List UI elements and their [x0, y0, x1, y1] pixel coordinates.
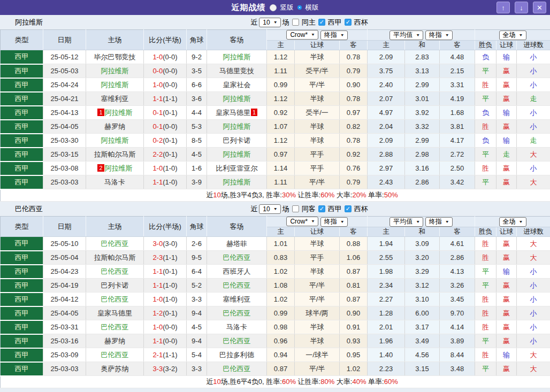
away-team-name[interactable]: 西班牙人 — [223, 267, 251, 275]
radio-vertical-layout[interactable] — [270, 4, 277, 11]
euro-draw-odds: 3.10 — [405, 293, 440, 306]
match-row: 西甲 25-04-21 塞维利亚 1-1(1-1) 3-6 阿拉维斯 1.12 … — [1, 92, 550, 106]
home-team-name[interactable]: 阿拉维斯 — [105, 109, 133, 117]
euro-home-odds: 3.75 — [368, 64, 405, 78]
home-team-name[interactable]: 巴伦西亚 — [101, 267, 129, 275]
euro-odds-source-select[interactable]: 平均值▼ — [389, 30, 423, 40]
date-cell: 25-05-03 — [43, 64, 86, 78]
asian-odds-source-select[interactable]: Crow*▼ — [286, 217, 318, 226]
league-checkbox[interactable] — [318, 205, 325, 212]
home-team-name[interactable]: 巴伦西亚 — [101, 295, 129, 303]
same-venue-label[interactable]: 同主 — [302, 18, 316, 27]
asian-odds-kind-select[interactable]: 终指▼ — [320, 30, 348, 40]
home-team-name[interactable]: 塞维利亚 — [101, 95, 129, 103]
result-scope-select[interactable]: 全场▼ — [499, 217, 526, 227]
league-label[interactable]: 西甲 — [328, 204, 342, 214]
league-checkbox[interactable] — [318, 19, 325, 26]
euro-odds-kind-select[interactable]: 终指▼ — [425, 30, 453, 40]
home-team-name[interactable]: 阿拉维斯 — [105, 164, 133, 172]
home-team-name[interactable]: 赫罗纳 — [104, 337, 125, 345]
away-team-name[interactable]: 马德里竞技 — [219, 67, 254, 75]
away-team-name[interactable]: 巴伦西亚 — [223, 309, 251, 317]
asian-away-odds: 0.90 — [340, 78, 368, 92]
away-team-name[interactable]: 皇家社会 — [223, 81, 251, 89]
asian-handicap: 平手 — [295, 148, 340, 162]
result-handicap: 输 — [496, 50, 517, 64]
scroll-down-button[interactable]: ↓ — [515, 2, 528, 13]
recent-count-select[interactable]: 10 ▼ — [259, 204, 280, 214]
home-team-name[interactable]: 巴伦西亚 — [101, 351, 129, 359]
recent-count-select[interactable]: 10 ▼ — [259, 18, 280, 27]
date-cell: 25-03-15 — [43, 148, 86, 162]
away-team-name[interactable]: 阿拉维斯 — [223, 178, 251, 186]
away-team-name[interactable]: 比利亚雷亚尔 — [216, 164, 258, 172]
home-team-name[interactable]: 皇家马德里 — [97, 309, 132, 317]
fulltime-score: 2-3 — [152, 253, 163, 262]
cup-label[interactable]: 西杯 — [354, 18, 368, 27]
away-team-name[interactable]: 巴列卡诺 — [223, 136, 251, 144]
result-outcome: 负 — [475, 50, 496, 64]
home-team-name[interactable]: 拉斯帕尔马斯 — [94, 150, 136, 158]
asian-odds-source-select[interactable]: Crow*▼ — [286, 30, 318, 40]
away-team-name[interactable]: 阿拉维斯 — [223, 150, 251, 158]
away-team-name[interactable]: 阿拉维斯 — [223, 53, 251, 61]
same-venue-label[interactable]: 同客 — [302, 204, 316, 214]
same-venue-checkbox[interactable] — [292, 205, 299, 212]
titlebar: 近期战绩 竖版 横版 ↑ ↓ ✕ — [0, 0, 550, 15]
home-team-name[interactable]: 巴伦西亚 — [101, 240, 129, 248]
result-outcome: 平 — [475, 279, 496, 293]
scroll-up-button[interactable]: ↑ — [496, 2, 510, 13]
away-team-name[interactable]: 赫塔菲 — [226, 240, 247, 248]
cup-label[interactable]: 西杯 — [354, 204, 368, 214]
radio-horizontal-label[interactable]: 横版 — [305, 3, 319, 12]
result-goals: 大 — [517, 348, 550, 362]
euro-odds-source-select[interactable]: 平均值▼ — [389, 217, 423, 227]
away-team-name[interactable]: 马洛卡 — [226, 323, 247, 331]
home-team-name[interactable]: 奥萨苏纳 — [101, 365, 129, 373]
home-team-name[interactable]: 阿拉维斯 — [101, 136, 129, 144]
chevron-down-icon: ▼ — [340, 33, 345, 37]
corners-cell: 3-3 — [187, 362, 207, 376]
away-team-name[interactable]: 皇家马德里 — [216, 109, 250, 117]
away-team-name[interactable]: 巴伦西亚 — [223, 365, 251, 373]
radio-horizontal-layout[interactable] — [297, 5, 302, 10]
away-team-name[interactable]: 巴伦西亚 — [223, 281, 251, 289]
radio-vertical-label[interactable]: 竖版 — [280, 3, 294, 12]
asian-home-odds: 0.92 — [267, 106, 295, 120]
corners-cell: 3-5 — [187, 64, 207, 78]
home-team-name[interactable]: 赫罗纳 — [104, 122, 125, 130]
euro-odds-kind-select[interactable]: 终指▼ — [425, 217, 453, 227]
subcol-euro-draw: 和 — [405, 227, 440, 237]
away-team-cell: 巴伦西亚 — [207, 362, 267, 376]
date-cell: 25-05-10 — [43, 237, 86, 251]
away-team-name[interactable]: 阿拉维斯 — [223, 122, 251, 130]
fulltime-score: 0-1 — [152, 109, 163, 117]
away-team-name[interactable]: 巴伦西亚 — [223, 337, 251, 345]
subcol-handicap-result: 让球 — [496, 41, 517, 50]
home-team-name[interactable]: 巴伦西亚 — [101, 323, 129, 331]
home-team-name[interactable]: 马洛卡 — [104, 178, 125, 186]
home-team-name[interactable]: 拉斯帕尔马斯 — [94, 253, 136, 262]
cup-checkbox[interactable] — [345, 205, 352, 212]
home-team-name[interactable]: 毕尔巴鄂竞技 — [94, 53, 136, 61]
away-team-name[interactable]: 巴拉多利德 — [219, 351, 254, 359]
same-venue-checkbox[interactable] — [292, 19, 299, 26]
home-team-name[interactable]: 巴列卡诺 — [101, 281, 129, 289]
away-team-name[interactable]: 巴伦西亚 — [223, 253, 251, 262]
close-button[interactable]: ✕ — [533, 2, 546, 13]
home-team-name[interactable]: 阿拉维斯 — [101, 67, 129, 75]
away-team-name[interactable]: 塞维利亚 — [223, 295, 251, 303]
corners-cell: 2-6 — [187, 237, 207, 251]
away-team-name[interactable]: 阿拉维斯 — [223, 95, 251, 103]
cup-checkbox[interactable] — [345, 19, 352, 26]
date-cell: 25-03-31 — [43, 320, 86, 334]
league-label[interactable]: 西甲 — [328, 18, 342, 27]
result-goals: 小 — [517, 50, 550, 64]
result-goals: 走 — [517, 134, 550, 148]
away-team-cell: 塞维利亚 — [207, 293, 267, 306]
title-group: 近期战绩 竖版 横版 — [232, 3, 319, 13]
asian-odds-kind-select[interactable]: 终指▼ — [320, 217, 348, 227]
home-team-name[interactable]: 阿拉维斯 — [101, 81, 129, 89]
asian-away-odds: 0.87 — [340, 265, 368, 279]
result-scope-select[interactable]: 全场▼ — [499, 30, 526, 40]
